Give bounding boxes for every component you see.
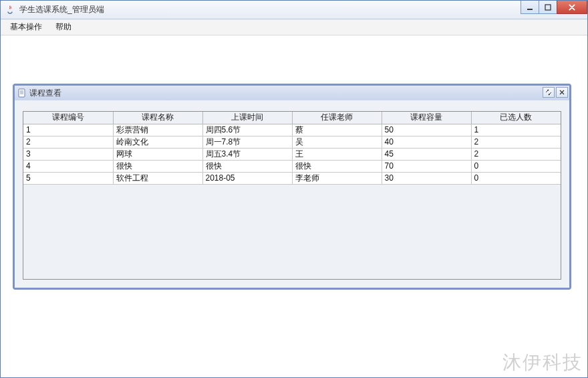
internal-maximize-button[interactable]	[543, 87, 555, 98]
document-icon	[17, 88, 27, 98]
cell-name: 很快	[113, 160, 202, 172]
cell-time: 周一7.8节	[202, 136, 292, 148]
col-name[interactable]: 课程名称	[113, 112, 202, 124]
table-row[interactable]: 2 岭南文化 周一7.8节 吴 40 2	[23, 136, 561, 148]
table-header-row: 课程编号 课程名称 上课时间 任课老师 课程容量 已选人数	[23, 112, 561, 124]
cell-id: 4	[23, 160, 113, 172]
cell-name: 软件工程	[113, 172, 202, 184]
client-area: 课程查看	[1, 35, 587, 377]
cell-id: 2	[23, 136, 113, 148]
cell-capacity: 70	[382, 160, 471, 172]
table-row[interactable]: 3 网球 周五3.4节 王 45 2	[23, 148, 561, 160]
cell-time: 很快	[202, 160, 292, 172]
svg-rect-0	[527, 9, 533, 10]
cell-capacity: 50	[382, 124, 471, 136]
internal-frame-content: 课程编号 课程名称 上课时间 任课老师 课程容量 已选人数 1	[15, 100, 569, 288]
cell-time: 周五3.4节	[202, 148, 292, 160]
course-table[interactable]: 课程编号 课程名称 上课时间 任课老师 课程容量 已选人数 1	[23, 112, 561, 185]
cell-id: 5	[23, 172, 113, 184]
cell-name: 彩票营销	[113, 124, 202, 136]
cell-name: 网球	[113, 148, 202, 160]
cell-teacher: 李老师	[292, 172, 382, 184]
cell-enrolled: 0	[471, 172, 561, 184]
cell-teacher: 王	[292, 148, 382, 160]
menu-basic-ops[interactable]: 基本操作	[5, 20, 47, 34]
internal-frame-controls	[543, 87, 568, 98]
cell-enrolled: 2	[471, 148, 561, 160]
cell-id: 1	[23, 124, 113, 136]
cell-teacher: 吴	[292, 136, 382, 148]
cell-time: 2018-05	[202, 172, 292, 184]
col-enrolled[interactable]: 已选人数	[471, 112, 561, 124]
table-row[interactable]: 5 软件工程 2018-05 李老师 30 0	[23, 172, 561, 184]
close-button[interactable]	[557, 1, 587, 14]
cell-capacity: 45	[382, 148, 471, 160]
table-empty-area	[23, 184, 561, 280]
cell-teacher: 蔡	[292, 124, 382, 136]
internal-frame-titlebar[interactable]: 课程查看	[15, 86, 569, 100]
window-title: 学生选课系统_管理员端	[19, 4, 104, 15]
internal-frame-course-view: 课程查看	[13, 84, 571, 290]
cell-capacity: 30	[382, 172, 471, 184]
svg-rect-2	[19, 89, 25, 97]
table-body: 1 彩票营销 周四5.6节 蔡 50 1 2 岭南文化 周一7.8节	[23, 124, 561, 184]
cell-capacity: 40	[382, 136, 471, 148]
col-capacity[interactable]: 课程容量	[382, 112, 471, 124]
java-icon	[5, 5, 15, 15]
course-table-wrap: 课程编号 课程名称 上课时间 任课老师 课程容量 已选人数 1	[23, 111, 561, 280]
table-row[interactable]: 4 很快 很快 很快 70 0	[23, 160, 561, 172]
cell-enrolled: 0	[471, 160, 561, 172]
table-row[interactable]: 1 彩票营销 周四5.6节 蔡 50 1	[23, 124, 561, 136]
cell-enrolled: 1	[471, 124, 561, 136]
cell-enrolled: 2	[471, 136, 561, 148]
window-controls	[521, 1, 587, 14]
app-window: 学生选课系统_管理员端 基本操作 帮助	[0, 0, 588, 378]
col-time[interactable]: 上课时间	[202, 112, 292, 124]
maximize-button[interactable]	[539, 1, 557, 14]
internal-frame-title: 课程查看	[29, 88, 61, 99]
cell-id: 3	[23, 148, 113, 160]
titlebar[interactable]: 学生选课系统_管理员端	[1, 1, 587, 19]
svg-rect-1	[545, 5, 551, 10]
menubar: 基本操作 帮助	[1, 19, 587, 35]
cell-name: 岭南文化	[113, 136, 202, 148]
minimize-button[interactable]	[521, 1, 539, 14]
cell-time: 周四5.6节	[202, 124, 292, 136]
internal-close-button[interactable]	[556, 87, 568, 98]
col-teacher[interactable]: 任课老师	[292, 112, 382, 124]
menu-help[interactable]: 帮助	[50, 20, 77, 34]
cell-teacher: 很快	[292, 160, 382, 172]
col-id[interactable]: 课程编号	[23, 112, 113, 124]
